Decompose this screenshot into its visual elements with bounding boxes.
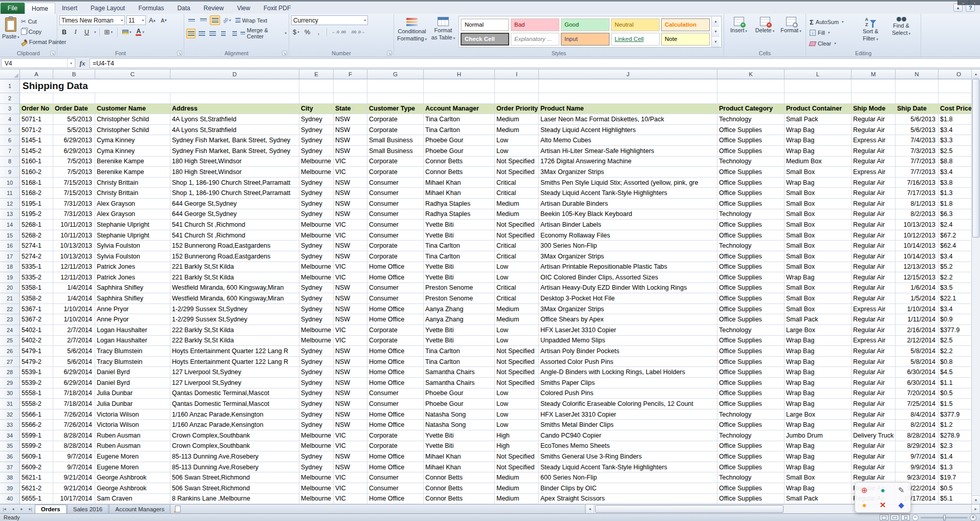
cell-H21[interactable]: Preston Senome (424, 293, 495, 304)
cell-E5[interactable]: Sydney (299, 125, 334, 136)
find-select-button[interactable]: Find & Select▾ (886, 15, 917, 49)
cell-D5[interactable]: 4A Lyons St,Strathfield (170, 125, 299, 136)
decrease-decimal-button[interactable]: .00 .0→ (349, 29, 366, 35)
cell-F5[interactable]: NSW (334, 125, 367, 136)
cell-D19[interactable]: 221 Barkly St,St Kilda (170, 272, 299, 283)
row-header-35[interactable]: 35 (0, 441, 20, 452)
cell-C4[interactable]: Christopher Schild (95, 114, 170, 125)
cell-O40[interactable]: $5.1 (939, 494, 971, 504)
cell-N1[interactable] (896, 79, 939, 93)
font-dialog-launcher[interactable]: ↘ (177, 51, 182, 56)
cell-D10[interactable]: Shop 1, 186-190 Church Street,Parramatt (170, 178, 299, 188)
cell-B26[interactable]: 5/6/2014 (53, 346, 95, 357)
cell-C33[interactable]: Victoria Wilson (95, 420, 170, 430)
cell-K23[interactable]: Office Supplies (717, 314, 785, 325)
row-header-33[interactable]: 33 (0, 420, 20, 430)
cell-A7[interactable]: 5145-2 (20, 146, 53, 157)
cell-F28[interactable]: NSW (334, 367, 367, 378)
cell-D36[interactable]: 85-113 Dunning Ave,Rosebery (170, 451, 299, 462)
cell-F37[interactable]: NSW (334, 462, 367, 473)
cell-L24[interactable]: Large Box (785, 325, 852, 336)
column-header-B[interactable]: B (53, 70, 95, 79)
cell-F34[interactable]: VIC (334, 430, 367, 441)
row-header-17[interactable]: 17 (0, 251, 20, 262)
column-header-G[interactable]: G (367, 70, 424, 79)
number-dialog-launcher[interactable]: ↘ (387, 51, 392, 56)
cell-D28[interactable]: 127 Liverpool St,Sydney (170, 367, 299, 378)
cell-E16[interactable]: Sydney (299, 241, 334, 251)
cell-C23[interactable]: Anne Pryor (95, 314, 170, 325)
cell-F1[interactable] (334, 79, 367, 93)
cell-D29[interactable]: 127 Liverpool St,Sydney (170, 378, 299, 388)
cell-N31[interactable]: 7/25/2014 (896, 399, 939, 409)
cell-N25[interactable]: 2/12/2014 (896, 336, 939, 346)
cell-N35[interactable]: 8/29/2014 (896, 441, 939, 452)
cell-E27[interactable]: Sydney (299, 357, 334, 367)
cell-I21[interactable]: Critical (495, 293, 539, 304)
cell-M24[interactable]: Regular Air (852, 325, 896, 336)
cell-L15[interactable]: Small Box (785, 230, 852, 241)
cell-M12[interactable]: Regular Air (852, 199, 896, 209)
clear-button[interactable]: Clear▾ (808, 38, 855, 49)
cell-K7[interactable]: Office Supplies (717, 146, 785, 157)
cell-I23[interactable]: Medium (495, 314, 539, 325)
cell-G32[interactable]: Home Office (367, 409, 424, 420)
cell-D9[interactable]: 180 High Street,Windsor (170, 167, 299, 178)
cell-B12[interactable]: 7/31/2013 (53, 199, 95, 209)
cell-D27[interactable]: Hoyts Entertainment Quarter 122 Lang R (170, 357, 299, 367)
cell-H30[interactable]: Phoebe Gour (424, 388, 495, 399)
cell-M25[interactable]: Express Air (852, 336, 896, 346)
cell-H4[interactable]: Tina Carlton (424, 114, 495, 125)
cell-A18[interactable]: 5335-1 (20, 262, 53, 273)
cell-O32[interactable]: $377.9 (939, 409, 971, 420)
cell-K22[interactable]: Office Supplies (717, 304, 785, 315)
cell-J1[interactable] (539, 79, 717, 93)
ribbon-tab-file[interactable]: File (1, 3, 25, 14)
cell-B5[interactable]: 5/5/2013 (53, 125, 95, 136)
cell-A23[interactable]: 5367-2 (20, 314, 53, 325)
cell-K8[interactable]: Technology (717, 157, 785, 167)
first-sheet-icon[interactable]: |◂ (0, 505, 9, 513)
cell-O20[interactable]: $3.5 (939, 283, 971, 294)
row-header-34[interactable]: 34 (0, 430, 20, 441)
cell-K2[interactable] (717, 93, 785, 104)
ribbon-tab-view[interactable]: View (230, 3, 257, 14)
cell-C40[interactable]: Sam Craven (95, 494, 170, 504)
row-header-30[interactable]: 30 (0, 388, 20, 399)
cell-C5[interactable]: Christopher Schild (95, 125, 170, 136)
cell-O34[interactable]: $278.9 (939, 430, 971, 441)
cell-H24[interactable]: Yvette Biti (424, 325, 495, 336)
cell-I35[interactable]: High (495, 441, 539, 452)
cell-O37[interactable]: $1.3 (939, 462, 971, 473)
cell-J7[interactable]: Artisan Hi-Liter Smear-Safe Highlighters (539, 146, 717, 157)
cell-J5[interactable]: Steady Liquid Accent Highlighters (539, 125, 717, 136)
underline-button[interactable]: U (82, 27, 92, 37)
cell-C31[interactable]: Julia Dunbar (95, 399, 170, 409)
cell-H3[interactable]: Account Manager (424, 104, 495, 115)
cell-J21[interactable]: Desktop 3-Pocket Hot File (539, 293, 717, 304)
cell-N37[interactable]: 9/9/2014 (896, 462, 939, 473)
cell-A21[interactable]: 5358-2 (20, 293, 53, 304)
cell-F29[interactable]: NSW (334, 378, 367, 388)
cell-A31[interactable]: 5558-2 (20, 399, 53, 409)
cell-F26[interactable]: NSW (334, 346, 367, 357)
cell-C38[interactable]: George Ashbrook (95, 472, 170, 483)
cell-E22[interactable]: Sydney (299, 304, 334, 315)
cell-M3[interactable]: Ship Mode (852, 104, 896, 115)
cell-I3[interactable]: Order Priority (495, 104, 539, 115)
last-sheet-icon[interactable]: ▸| (26, 505, 35, 513)
cell-G26[interactable]: Home Office (367, 346, 424, 357)
cell-B4[interactable]: 5/5/2013 (53, 114, 95, 125)
cell-D11[interactable]: Shop 1, 186-190 Church Street,Parramatt (170, 188, 299, 199)
row-header-40[interactable]: 40 (0, 494, 20, 504)
cell-H36[interactable]: Mihael Khan (424, 451, 495, 462)
cell-O22[interactable]: $3.4 (939, 304, 971, 315)
cell-G25[interactable]: Corporate (367, 336, 424, 346)
cell-H15[interactable]: Yvette Biti (424, 230, 495, 241)
row-header-14[interactable]: 14 (0, 220, 20, 230)
cell-K27[interactable]: Office Supplies (717, 357, 785, 367)
cell-G1[interactable] (367, 79, 424, 93)
cell-E21[interactable]: Sydney (299, 293, 334, 304)
grow-font-button[interactable]: A▲ (147, 15, 158, 25)
cell-F30[interactable]: NSW (334, 388, 367, 399)
